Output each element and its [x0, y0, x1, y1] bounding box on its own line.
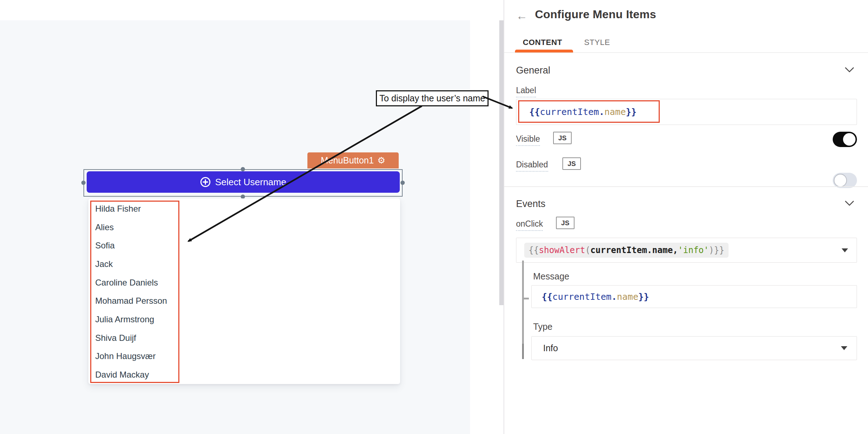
menu-item[interactable]: Julia Armstrong [88, 310, 400, 329]
disabled-js-toggle-button[interactable]: JS [562, 157, 581, 170]
type-label: Type [533, 322, 552, 332]
menu-item-label: Caroline Daniels [95, 278, 158, 288]
select-caret-icon [841, 346, 847, 350]
menu-item[interactable]: Shiva Duijf [88, 329, 400, 347]
section-general-title: General [516, 65, 550, 76]
visible-label: Visible [516, 134, 540, 146]
onclick-action-chip: {{showAlert(currentItem.name,'info')}} [524, 243, 729, 258]
resize-handle-left[interactable] [81, 181, 86, 185]
resize-handle-right[interactable] [400, 181, 405, 185]
menu-item-label: Alies [95, 222, 114, 232]
menu-item-label: Mohamad Persson [95, 296, 167, 306]
menu-item[interactable]: Alies [88, 218, 400, 237]
action-indent-tick [524, 298, 529, 299]
menu-item-label: Hilda Fisher [95, 204, 141, 214]
message-label: Message [533, 271, 569, 282]
back-icon[interactable]: ← [516, 9, 527, 22]
menu-item-label: Jack [95, 259, 113, 269]
visible-js-toggle-button[interactable]: JS [553, 132, 572, 144]
chevron-down-icon[interactable] [845, 201, 854, 206]
property-pane: ← Configure Menu Items CONTENT STYLE Gen… [504, 0, 868, 434]
action-indent-scroll-thumb[interactable] [522, 344, 524, 359]
message-value: {{currentItem.name}} [532, 292, 649, 302]
menu-item[interactable]: Sofia [88, 236, 400, 255]
menu-item[interactable]: Caroline Daniels [88, 273, 400, 292]
disabled-toggle[interactable] [833, 173, 857, 188]
onclick-label: onClick [516, 219, 543, 231]
chevron-down-icon[interactable] [845, 67, 854, 73]
app-editor: MenuButton1 ⚙ Select Username Hilda Fish… [0, 0, 868, 434]
annotation-text: To display the user’s name [379, 93, 485, 104]
plus-circle-icon [200, 177, 211, 187]
menu-item[interactable]: Mohamad Persson [88, 292, 400, 310]
menu-item-label: Julia Armstrong [95, 314, 154, 324]
disabled-label: Disabled [516, 160, 548, 172]
menu-item-label: David Mackay [95, 370, 149, 380]
canvas-scrollbar[interactable] [499, 20, 504, 305]
menu-item-label: Sofia [95, 241, 115, 251]
message-input[interactable]: {{currentItem.name}} [531, 285, 857, 308]
menu-dropdown: Hilda Fisher Alies Sofia Jack Caroline D… [88, 198, 400, 384]
menu-item-list: Hilda Fisher Alies Sofia Jack Caroline D… [88, 198, 400, 384]
type-select[interactable]: Info [531, 336, 857, 360]
menu-button-widget[interactable]: Select Username [87, 171, 400, 193]
widget-name-label: MenuButton1 [321, 155, 374, 166]
visible-toggle[interactable] [833, 132, 857, 147]
label-field-input[interactable]: {{currentItem.name}} [516, 99, 857, 125]
menu-item[interactable]: Hilda Fisher [88, 200, 400, 218]
active-tab-indicator [515, 50, 573, 52]
gear-icon[interactable]: ⚙ [377, 156, 385, 165]
label-field-label: Label [516, 86, 536, 97]
section-events-title: Events [516, 198, 546, 210]
resize-handle-top[interactable] [241, 167, 245, 171]
tab-style[interactable]: STYLE [584, 38, 610, 47]
select-caret-icon [842, 248, 848, 252]
section-divider [504, 186, 868, 187]
tabs-divider [504, 52, 868, 53]
label-field-value: {{currentItem.name}} [516, 107, 637, 117]
menu-item-label: John Haugsvær [95, 351, 155, 361]
disabled-toggle-knob [834, 174, 847, 187]
type-selected-value: Info [543, 343, 558, 353]
menu-item[interactable]: David Mackay [88, 365, 400, 384]
annotation-callout: To display the user’s name [376, 90, 489, 106]
tab-content[interactable]: CONTENT [523, 38, 562, 47]
onclick-action-select[interactable]: {{showAlert(currentItem.name,'info')}} [516, 238, 857, 263]
onclick-js-toggle-button[interactable]: JS [556, 217, 575, 229]
visible-toggle-knob [843, 133, 856, 146]
menu-item[interactable]: John Haugsvær [88, 347, 400, 366]
menu-item[interactable]: Jack [88, 255, 400, 273]
menu-button-label: Select Username [215, 177, 286, 188]
panel-title: Configure Menu Items [535, 8, 656, 21]
onclick-action-code: {{showAlert(currentItem.name,'info')}} [529, 245, 724, 255]
widget-name-tag[interactable]: MenuButton1 ⚙ [307, 152, 399, 168]
menu-item-label: Shiva Duijf [95, 333, 136, 343]
